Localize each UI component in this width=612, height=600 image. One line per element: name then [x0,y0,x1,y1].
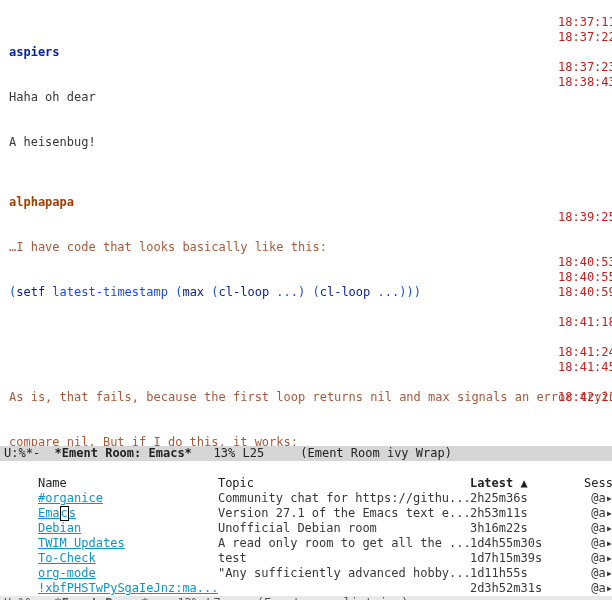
timestamp: 18:37:23 [558,60,612,75]
timestamp-column: 18:37:11 18:37:22 18:37:23 18:38:43 18:3… [558,0,612,405]
timestamp: 18:37:22 [558,30,612,45]
msg-line: As is, that fails, because the first loo… [9,390,612,405]
room-link[interactable]: !xbfPHSTwPySgaIeJnz:ma... [38,581,218,595]
room-link[interactable]: Emacs [38,506,76,520]
room-topic: Version 27.1 of the Emacs text e... [218,506,470,521]
col-topic-header[interactable]: Topic [218,476,470,491]
room-latest: 3h16m22s [470,521,551,536]
room-link[interactable]: org-mode [38,566,96,580]
room-extra: @a▸ [551,491,612,506]
msg-line: A heisenbug! [9,135,612,150]
room-extra: @a▸ [551,536,612,551]
timestamp: 18:39:25 [558,210,612,225]
room-list-header[interactable]: NameTopicLatest ▲Sess [0,461,612,476]
timestamp: 18:42:21 [558,390,612,405]
timestamp: 18:37:11 [558,15,612,30]
room-topic: "Any sufficiently advanced hobby... [218,566,470,581]
room-extra: @a▸ [551,581,612,596]
room-latest: 2h25m36s [470,491,551,506]
room-topic: test [218,551,470,566]
buffer-name: *Ement Room: Emacs* [55,446,192,460]
room-extra: @a▸ [551,566,612,581]
room-link[interactable]: Debian [38,521,81,535]
timestamp: 18:41:24 [558,345,612,360]
room-extra: @a▸ [551,551,612,566]
room-topic: A read only room to get all the ... [218,536,470,551]
chat-buffer[interactable]: aspiers Haha oh dear A heisenbug! alphap… [0,0,612,446]
chat-content: aspiers Haha oh dear A heisenbug! alphap… [0,0,612,446]
modeline-bottom[interactable]: U:%%- *Ement Rooms* 13% L7 (Ement room l… [0,596,612,600]
timestamp: 18:41:45 [558,360,612,375]
msg-line: compare nil. But if I do this, it works: [9,435,612,446]
code-line: (setf latest-timestamp (max (cl-loop ...… [9,285,612,300]
room-latest: 1d7h15m39s [470,551,551,566]
room-topic: Community chat for https://githu... [218,491,470,506]
timestamp: 18:40:53 [558,255,612,270]
msg-line: Haha oh dear [9,90,612,105]
room-latest: 2d3h52m31s [470,581,551,596]
room-list-buffer[interactable]: NameTopicLatest ▲Sess #organiceCommunity… [0,461,612,596]
col-latest-header[interactable]: Latest ▲ [470,476,551,491]
room-link[interactable]: To-Check [38,551,96,565]
room-topic: Unofficial Debian room [218,521,470,536]
room-extra: @a▸ [551,521,612,536]
room-link[interactable]: #organice [38,491,103,505]
timestamp: 18:40:59 [558,285,612,300]
nick-alphapapa: alphapapa [9,195,612,210]
timestamp: 18:40:55 [558,270,612,285]
room-latest: 1d4h55m30s [470,536,551,551]
timestamp: 18:41:18 [558,315,612,330]
modeline-top[interactable]: U:%*- *Ement Room: Emacs* 13% L25 (Ement… [0,446,612,461]
room-latest: 2h53m11s [470,506,551,521]
room-latest: 1d11h55s [470,566,551,581]
msg-line: …I have code that looks basically like t… [9,240,612,255]
nick-aspiers: aspiers [9,45,612,60]
col-name-header[interactable]: Name [38,476,218,491]
timestamp: 18:38:43 [558,75,612,90]
text-cursor: c [60,506,69,521]
room-link[interactable]: TWIM Updates [38,536,125,550]
col-extra-header[interactable]: Sess [551,476,612,491]
room-extra: @a▸ [551,506,612,521]
buffer-name: *Ement Rooms* [55,596,149,600]
